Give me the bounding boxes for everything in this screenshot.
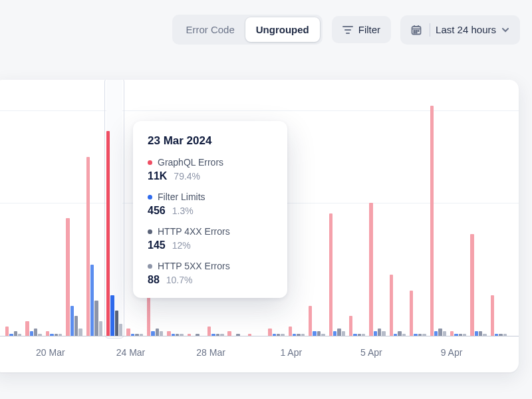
tooltip-row: HTTP 5XX Errors8810.7% <box>148 261 273 286</box>
series-dot <box>148 195 152 200</box>
tooltip-pct: 10.7% <box>166 275 193 285</box>
svg-point-11 <box>416 32 417 33</box>
bar-graphql <box>430 106 434 336</box>
chart-day-group[interactable] <box>390 80 406 336</box>
x-tick: 5 Apr <box>360 347 382 358</box>
chart-day-group[interactable] <box>46 80 62 336</box>
tooltip-count: 11K <box>148 170 167 182</box>
tooltip-series-label: HTTP 5XX Errors <box>158 261 230 271</box>
date-range-button[interactable]: Last 24 hours <box>400 15 520 45</box>
filter-button[interactable]: Filter <box>332 16 391 43</box>
series-dot <box>148 264 152 269</box>
tooltip-row: HTTP 4XX Errors14512% <box>148 226 273 251</box>
chart-day-group[interactable] <box>25 80 41 336</box>
bar-filter <box>90 265 94 336</box>
svg-point-7 <box>414 30 415 31</box>
toolbar: Error Code Ungrouped Filter Last 24 hour… <box>172 15 520 45</box>
tooltip-row: Filter Limits4561.3% <box>148 192 273 217</box>
bar-http4xx <box>74 316 78 336</box>
svg-point-8 <box>416 30 417 31</box>
chart-day-group[interactable] <box>369 80 385 336</box>
date-range-label: Last 24 hours <box>436 24 496 35</box>
svg-point-9 <box>418 30 419 31</box>
seg-error-code[interactable]: Error Code <box>175 17 245 42</box>
chart-day-group[interactable] <box>309 80 325 336</box>
tooltip-count: 456 <box>148 205 166 217</box>
bar-graphql <box>369 203 372 336</box>
tooltip-count: 145 <box>148 239 166 251</box>
chart-day-group[interactable] <box>289 80 305 336</box>
bar-filter <box>70 306 74 336</box>
bar-graphql <box>491 295 494 336</box>
chart-tooltip: 23 Mar 2024 GraphQL Errors11K79.4%Filter… <box>133 121 287 298</box>
x-tick: 1 Apr <box>280 347 302 358</box>
bar-graphql <box>349 316 352 336</box>
bar-http5xx <box>119 324 122 336</box>
bar-http5xx <box>99 321 102 336</box>
chart-day-group[interactable] <box>106 80 122 336</box>
filter-icon <box>342 25 353 35</box>
seg-ungrouped[interactable]: Ungrouped <box>245 17 320 42</box>
bar-graphql <box>5 327 9 336</box>
tooltip-date: 23 Mar 2024 <box>148 134 273 148</box>
bar-graphql <box>207 327 211 336</box>
bar-graphql <box>410 291 413 336</box>
x-tick: 24 Mar <box>116 347 146 358</box>
x-tick: 9 Apr <box>441 347 463 358</box>
bar-graphql <box>86 157 90 336</box>
bar-http4xx <box>115 311 118 336</box>
tooltip-count: 88 <box>148 274 160 286</box>
x-axis: 20 Mar24 Mar28 Mar1 Apr5 Apr9 Apr <box>5 336 507 372</box>
grouping-segmented-control: Error Code Ungrouped <box>172 15 322 45</box>
tooltip-series-label: HTTP 4XX Errors <box>158 226 230 237</box>
chart-day-group[interactable] <box>470 80 486 336</box>
chart-day-group[interactable] <box>450 80 466 336</box>
tooltip-series-label: GraphQL Errors <box>158 157 223 168</box>
series-dot <box>148 229 152 234</box>
chart-day-group[interactable] <box>410 80 426 336</box>
tooltip-series-label: Filter Limits <box>158 192 205 202</box>
chart-day-group[interactable] <box>5 80 21 336</box>
series-dot <box>148 160 152 165</box>
bar-http4xx <box>94 301 98 336</box>
svg-point-10 <box>414 32 415 33</box>
bar-graphql <box>390 275 393 336</box>
divider <box>430 23 430 37</box>
chart-day-group[interactable] <box>86 80 102 336</box>
x-tick: 28 Mar <box>196 347 225 358</box>
tooltip-pct: 79.4% <box>174 171 200 182</box>
chart-day-group[interactable] <box>66 80 82 336</box>
chart-day-group[interactable] <box>491 80 507 336</box>
tooltip-row: GraphQL Errors11K79.4% <box>148 157 273 182</box>
bar-graphql <box>66 218 69 336</box>
bar-graphql <box>25 321 29 336</box>
tooltip-pct: 12% <box>172 240 191 251</box>
filter-label: Filter <box>358 24 380 35</box>
bar-graphql <box>309 306 312 336</box>
chart-day-group[interactable] <box>349 80 365 336</box>
chart-day-group[interactable] <box>430 80 446 336</box>
tooltip-pct: 1.3% <box>172 205 194 216</box>
bar-graphql <box>470 234 473 336</box>
chevron-down-icon <box>501 26 509 34</box>
calendar-icon <box>411 25 422 35</box>
x-tick: 20 Mar <box>36 347 65 358</box>
bar-graphql <box>289 327 292 336</box>
chart-day-group[interactable] <box>329 80 345 336</box>
bar-graphql <box>329 213 332 336</box>
bar-filter <box>110 295 114 336</box>
bar-graphql <box>106 131 110 336</box>
